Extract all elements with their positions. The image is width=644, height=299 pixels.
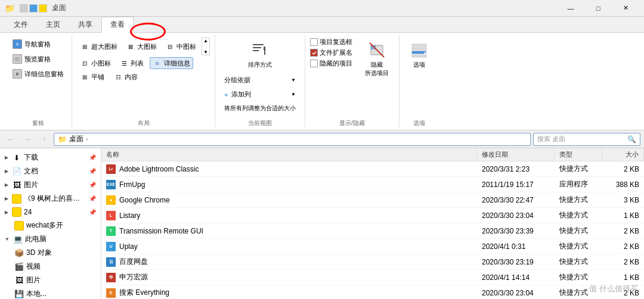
col-header-type[interactable]: 类型 <box>555 148 602 161</box>
file-name: Adobe Lightroom Classic <box>119 165 199 173</box>
sidebar-item-video[interactable]: 🎬 视频 <box>0 260 101 273</box>
file-type: 快捷方式 <box>555 163 602 175</box>
24-folder-icon <box>12 207 21 217</box>
svg-rect-8 <box>412 44 426 46</box>
hide-selected-btn[interactable]: 隐藏所选项目 <box>360 38 394 80</box>
file-row[interactable]: 百 百度网盘 2020/3/30 23:19 快捷方式 2 KB <box>101 254 644 270</box>
options-btn[interactable]: 选项 <box>404 38 434 72</box>
tab-home[interactable]: 主页 <box>37 17 69 33</box>
tab-file[interactable]: 文件 <box>5 17 37 33</box>
file-row[interactable]: 申 申万宏源 2020/4/1 14:14 快捷方式 1 KB <box>101 270 644 285</box>
content-btn[interactable]: ☷ 内容 <box>110 71 141 83</box>
small-icon-btn[interactable]: ⊡ 小图标 <box>77 57 114 69</box>
sort-by-icon <box>250 41 270 60</box>
main-area: ▶ ⬇ 下载 📌 ▶ 📄 文档 📌 ▶ 🖼 图片 📌 ▶ 《9 枫树上的喜鹊》 … <box>0 148 644 299</box>
panes-group-label: 窗格 <box>32 117 44 127</box>
sort-by-button[interactable]: 排序方式 <box>220 38 300 72</box>
fit-columns-button[interactable]: 将所有列调整为合适的大小 <box>220 102 300 114</box>
sidebar-item-3d[interactable]: 📦 3D 对象 <box>0 246 101 260</box>
quick-access-3[interactable] <box>39 4 47 13</box>
video-icon: 🎬 <box>14 262 24 272</box>
sidebar-item-thispc[interactable]: ▼ 💻 此电脑 <box>0 232 101 246</box>
sidebar-item-pics[interactable]: ▶ 🖼 图片 📌 <box>0 178 101 192</box>
file-row[interactable]: E 搜索 Everything 2020/3/30 23:04 快捷方式 2 K… <box>101 285 644 299</box>
ribbon-group-panes: ≡ 导航窗格 □ 预览窗格 ≡ 详细信息窗格 窗格 <box>5 35 72 127</box>
col-header-name[interactable]: 名称 <box>101 148 477 161</box>
col-header-size[interactable]: 大小 <box>602 148 644 161</box>
forward-button[interactable]: → <box>20 133 35 146</box>
svg-rect-11 <box>412 55 426 57</box>
search-box[interactable]: 搜索 桌面 🔍 <box>533 133 640 146</box>
file-row[interactable]: Lr Adobe Lightroom Classic 2020/3/31 2:2… <box>101 161 644 177</box>
tab-share[interactable]: 共享 <box>69 17 101 33</box>
file-name-cell: L Listary <box>101 210 477 222</box>
minimize-button[interactable]: — <box>557 0 584 17</box>
svg-rect-0 <box>253 44 264 45</box>
file-type-icon: EXE <box>106 180 116 189</box>
file-row[interactable]: ● Google Chrome 2020/3/30 22:47 快捷方式 3 K… <box>101 192 644 208</box>
file-date: 2020/4/1 0:31 <box>477 241 555 252</box>
preview-pane-button[interactable]: □ 预览窗格 <box>10 52 67 66</box>
file-list-header: 名称 修改日期 类型 大小 <box>101 148 644 161</box>
sidebar-item-docs[interactable]: ▶ 📄 文档 📌 <box>0 164 101 178</box>
file-name: Listary <box>119 211 140 220</box>
file-row[interactable]: T Transmission Remote GUI 2020/3/30 23:3… <box>101 223 644 239</box>
sidebar-item-24[interactable]: ▶ 24 📌 <box>0 205 101 219</box>
file-name: Uplay <box>119 242 138 251</box>
3d-icon: 📦 <box>14 248 24 258</box>
file-size: 388 KB <box>602 179 644 190</box>
large-icon-btn[interactable]: ⊠ 大图标 <box>123 38 160 55</box>
sidebar-item-download[interactable]: ▶ ⬇ 下载 📌 <box>0 151 101 164</box>
layout-group-label: 布局 <box>138 117 150 127</box>
quick-access-1[interactable] <box>20 4 28 13</box>
pin-icon: 📌 <box>89 154 96 161</box>
file-size: 2 KB <box>602 241 644 252</box>
address-path[interactable]: 📁 桌面 › <box>54 133 531 146</box>
details-btn[interactable]: ≡ 详细信息 <box>150 57 193 69</box>
hidden-items-btn[interactable]: 隐藏的项目 <box>310 59 352 68</box>
details-pane-button[interactable]: ≡ 详细信息窗格 <box>10 67 67 80</box>
file-row[interactable]: EXE FrmUpg 2011/1/19 15:17 应用程序 388 KB <box>101 177 644 192</box>
options-icon <box>410 41 429 60</box>
file-list-area: 名称 修改日期 类型 大小 Lr Adobe Lightroom Classic… <box>101 148 644 299</box>
col-header-date[interactable]: 修改日期 <box>477 148 555 161</box>
file-name-cell: Lr Adobe Lightroom Classic <box>101 163 477 175</box>
file-size: 2 KB <box>602 288 644 298</box>
close-button[interactable]: ✕ <box>612 0 639 17</box>
group-by-button[interactable]: 分组依据 ▼ <box>220 74 300 86</box>
list-btn[interactable]: ☰ 列表 <box>116 57 147 69</box>
back-button[interactable]: ← <box>4 133 18 146</box>
content-icon: ☷ <box>113 72 123 82</box>
arrow-icon: ▶ <box>5 155 8 160</box>
extra-large-btn[interactable]: ⊞ 超大图标 <box>77 38 120 55</box>
large-icon: ⊠ <box>126 42 135 51</box>
file-type-icon: E <box>106 288 116 298</box>
file-name-cell: E 搜索 Everything <box>101 286 477 299</box>
up-button[interactable]: ↑ <box>37 133 51 146</box>
sidebar-item-autumn[interactable]: ▶ 《9 枫树上的喜鹊》 📌 <box>0 192 101 205</box>
nav-pane-icon: ≡ <box>13 39 22 49</box>
showhide-content: 项目复选框 文件扩展名 隐藏的项目 <box>310 35 394 117</box>
tiles-btn[interactable]: ⊞ 平铺 <box>77 71 108 83</box>
layout-scroll[interactable]: ▲ ▼ <box>202 38 210 55</box>
nav-pane-button[interactable]: ≡ 导航窗格 <box>10 38 67 51</box>
sidebar-item-wechat[interactable]: wechat多开 <box>0 219 101 232</box>
file-row[interactable]: U Uplay 2020/4/1 0:31 快捷方式 2 KB <box>101 239 644 254</box>
sidebar-item-more[interactable]: 💾 本地... <box>0 287 101 299</box>
pin-icon: 📌 <box>89 209 96 216</box>
item-checkbox-btn[interactable]: 项目复选框 <box>310 38 352 46</box>
medium-icon-btn[interactable]: ⊟ 中图标 <box>162 38 199 55</box>
quick-access-2[interactable] <box>29 4 38 13</box>
file-row[interactable]: L Listary 2020/3/30 23:04 快捷方式 1 KB <box>101 208 644 223</box>
svg-rect-2 <box>253 50 259 51</box>
add-column-button[interactable]: + 添加列 ▼ <box>220 88 300 101</box>
file-name-cell: 百 百度网盘 <box>101 256 477 268</box>
file-ext-btn[interactable]: 文件扩展名 <box>310 48 352 57</box>
file-ext-check <box>310 49 318 57</box>
maximize-button[interactable]: □ <box>584 0 612 17</box>
details-icon: ≡ <box>153 58 162 68</box>
sidebar-item-pics2[interactable]: 🖼 图片 <box>0 273 101 287</box>
tab-view[interactable]: 查看 <box>101 17 134 33</box>
hidden-items-check <box>310 60 318 67</box>
pin-icon: 📌 <box>89 182 96 188</box>
